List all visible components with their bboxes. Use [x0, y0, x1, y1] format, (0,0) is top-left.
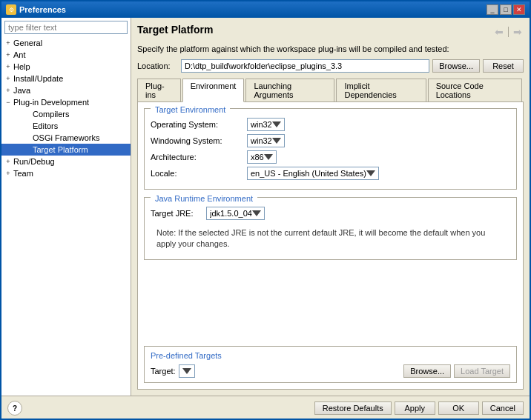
sidebar-item-team[interactable]: + Team [1, 167, 131, 179]
locale-select[interactable]: en_US - English (United States) [247, 167, 379, 180]
sidebar-item-label: Java [13, 86, 30, 95]
expand-icon: + [3, 61, 13, 72]
cancel-button[interactable]: Cancel [482, 401, 524, 415]
nav-separator [508, 27, 509, 37]
location-input[interactable] [181, 59, 429, 73]
locale-row: Locale: en_US - English (United States) [151, 167, 510, 180]
spacer-icon [22, 144, 33, 155]
ws-label: Windowing System: [151, 136, 247, 145]
location-row: Location: Browse... Reset [137, 59, 524, 73]
sidebar-item-compilers[interactable]: Compilers [1, 108, 131, 120]
tab-environment[interactable]: Environment [182, 79, 245, 102]
locale-label: Locale: [151, 169, 247, 178]
sidebar-item-target-platform[interactable]: Target Platform [1, 144, 131, 156]
jre-select-wrapper: jdk1.5.0_04 [206, 207, 510, 220]
sidebar-item-label: Editors [33, 121, 58, 130]
filter-input[interactable] [4, 21, 128, 34]
reset-button[interactable]: Reset [483, 59, 524, 73]
window-title: Preferences [19, 5, 66, 14]
tabs: Plug-ins Environment Launching Arguments… [137, 79, 524, 102]
sidebar-item-editors[interactable]: Editors [1, 120, 131, 132]
bottom-buttons: Restore Defaults Apply OK Cancel [314, 401, 524, 415]
sidebar-item-label: General [13, 39, 42, 47]
target-environment-title: Target Environment [151, 104, 230, 116]
spacer-icon [22, 109, 33, 119]
sidebar-item-label: OSGi Frameworks [33, 133, 99, 142]
sidebar-item-install-update[interactable]: + Install/Update [1, 73, 131, 84]
browse-target-button[interactable]: Browse... [403, 364, 451, 378]
jre-row: Target JRE: jdk1.5.0_04 [151, 207, 510, 220]
sidebar-item-label: Compilers [33, 110, 70, 119]
locale-select-wrapper: en_US - English (United States) [247, 167, 510, 180]
ws-select[interactable]: win32 [247, 134, 285, 147]
os-select[interactable]: win32 [247, 118, 285, 131]
tab-launching[interactable]: Launching Arguments [245, 79, 334, 101]
expand-icon: + [3, 168, 13, 179]
panel-description: Specify the platform against which the w… [137, 44, 524, 53]
close-button[interactable]: ✕ [513, 4, 525, 15]
sidebar-item-label: Ant [13, 50, 26, 59]
os-label: Operating System: [151, 120, 247, 129]
sidebar-item-run-debug[interactable]: + Run/Debug [1, 156, 131, 167]
bottom-bar: ? Restore Defaults Apply OK Cancel [1, 396, 530, 419]
restore-defaults-button[interactable]: Restore Defaults [314, 401, 392, 415]
os-select-wrapper: win32 [247, 118, 510, 131]
title-bar-left: ⚙ Preferences [6, 4, 66, 15]
panel-title: Target Platform [137, 24, 213, 36]
expand-icon: + [3, 156, 13, 167]
load-target-button[interactable]: Load Target [454, 364, 510, 378]
sidebar-item-help[interactable]: + Help [1, 61, 131, 73]
jre-select[interactable]: jdk1.5.0_04 [206, 207, 265, 220]
main-content: + General + Ant + Help + Install/Update … [1, 18, 530, 396]
sidebar-item-java[interactable]: + Java [1, 84, 131, 96]
sidebar-item-label: Plug-in Development [13, 98, 89, 107]
collapse-icon: − [3, 97, 13, 107]
forward-arrow[interactable]: ➡ [512, 26, 524, 38]
sidebar-item-label: Target Platform [33, 145, 88, 154]
sidebar-item-general[interactable]: + General [1, 37, 131, 49]
apply-button[interactable]: Apply [395, 401, 435, 415]
sidebar-item-plugin-dev[interactable]: − Plug-in Development [1, 96, 131, 108]
target-environment-section: Target Environment Operating System: win… [144, 108, 517, 190]
spacer-icon [22, 121, 33, 131]
arch-select[interactable]: x86 [247, 150, 277, 164]
arch-row: Architecture: x86 [151, 150, 510, 164]
predefined-title: Pre-defined Targets [151, 351, 510, 360]
title-bar: ⚙ Preferences _ □ ✕ [1, 1, 530, 18]
predefined-section: Pre-defined Targets Target: Browse... Lo… [144, 346, 517, 383]
browse-location-button[interactable]: Browse... [432, 59, 480, 73]
title-buttons: _ □ ✕ [487, 4, 525, 15]
spacer-icon [22, 133, 33, 143]
target-environment-content: Operating System: win32 Windowing System… [145, 118, 516, 189]
back-arrow[interactable]: ⬅ [493, 26, 505, 38]
sidebar-item-label: Run/Debug [13, 157, 55, 166]
tab-plug-ins[interactable]: Plug-ins [137, 79, 181, 101]
tab-implicit[interactable]: Implicit Dependencies [336, 79, 426, 101]
ok-button[interactable]: OK [438, 401, 479, 415]
arch-select-wrapper: x86 [247, 150, 510, 164]
target-label: Target: [151, 367, 176, 376]
minimize-button[interactable]: _ [487, 4, 498, 15]
window-icon: ⚙ [6, 4, 16, 15]
target-select[interactable] [179, 364, 195, 378]
sidebar-item-osgi[interactable]: OSGi Frameworks [1, 132, 131, 144]
sidebar-item-label: Help [13, 62, 30, 71]
tab-content: Target Environment Operating System: win… [137, 102, 524, 390]
main-panel: Target Platform ⬅ ➡ Specify the platform… [131, 18, 530, 396]
os-row: Operating System: win32 [151, 118, 510, 131]
jre-content: Target JRE: jdk1.5.0_04 Note: If the sel… [145, 207, 516, 259]
arch-label: Architecture: [151, 153, 247, 161]
sidebar-item-ant[interactable]: + Ant [1, 49, 131, 61]
expand-icon: + [3, 73, 13, 84]
expand-icon: + [3, 38, 13, 48]
expand-icon: + [3, 50, 13, 60]
jre-title: Java Runtime Environment [151, 193, 257, 204]
jre-label: Target JRE: [151, 209, 206, 218]
tab-source-code[interactable]: Source Code Locations [428, 79, 522, 101]
nav-arrows: ⬅ ➡ [493, 26, 524, 38]
maximize-button[interactable]: □ [500, 4, 512, 15]
help-button[interactable]: ? [7, 401, 22, 416]
target-row: Target: Browse... Load Target [151, 364, 510, 378]
ws-select-wrapper: win32 [247, 134, 510, 147]
location-label: Location: [137, 61, 178, 70]
